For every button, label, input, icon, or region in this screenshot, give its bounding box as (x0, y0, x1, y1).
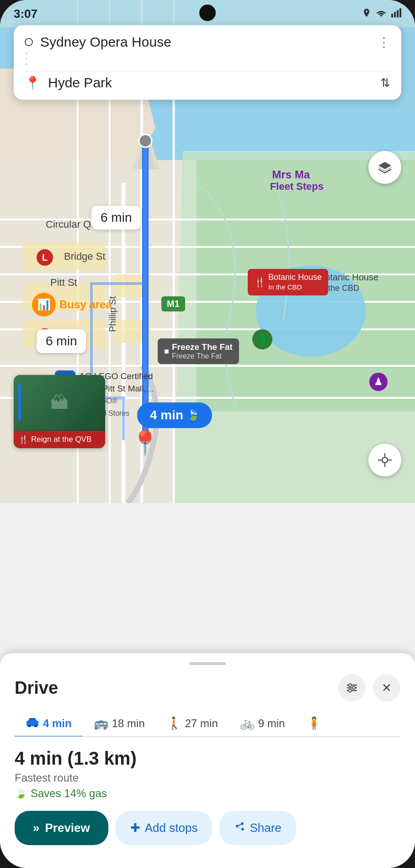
preview-button[interactable]: » Preview (15, 811, 108, 845)
map-label-fleet-steps: Fleet Steps (270, 181, 324, 193)
eco-leaf-icon: 🍃 (15, 788, 27, 799)
route-time: 4 min (1.3 km) (15, 748, 400, 769)
tree-marker: 🌲 (252, 329, 272, 349)
time-bubble-6min-mid: 6 min (37, 329, 86, 353)
share-icon (234, 821, 245, 835)
add-stops-label: Add stops (145, 821, 198, 835)
panel-header: Drive ✕ (15, 674, 400, 702)
eco-text: Saves 14% gas (31, 787, 107, 800)
status-time: 3:07 (14, 7, 37, 21)
preview-label: Preview (45, 821, 90, 835)
tab-walk[interactable]: 🚶 27 min (156, 711, 229, 737)
tab-other[interactable]: 🧍 (296, 711, 332, 737)
destination-text[interactable]: Hyde Park (48, 75, 373, 91)
transport-tabs: 4 min 🚌 18 min 🚶 27 min 🚲 9 min 🧍 (15, 711, 400, 737)
map-thumbnail[interactable]: 🏔 🍴 Reign at the QVB (14, 375, 105, 448)
swap-directions-button[interactable]: ⇅ (380, 76, 390, 90)
svg-point-33 (349, 684, 351, 686)
route-info: 4 min (1.3 km) Fastest route 🍃 Saves 14%… (15, 748, 400, 800)
origin-text[interactable]: Sydney Opera House (40, 34, 370, 50)
wifi-status-icon (376, 8, 387, 20)
map-label-bridge-st: Bridge St (64, 251, 106, 263)
metro-badge-1: L (37, 249, 53, 266)
my-location-button[interactable] (368, 444, 401, 477)
search-bar: Sydney Opera House ⋮ ••• 📍 Hyde Park ⇅ (14, 25, 401, 100)
svg-rect-17 (114, 274, 151, 297)
add-stops-icon: ✚ (130, 821, 140, 835)
panel-title: Drive (15, 678, 58, 698)
walk-tab-icon: 🚶 (167, 716, 181, 730)
freeze-the-fat-badge: ■ Freeze The Fat Freeze The Fat (158, 338, 239, 364)
time-bubble-6min-top: 6 min (91, 206, 141, 230)
transit-tab-label: 18 min (112, 717, 145, 730)
tab-bike[interactable]: 🚲 9 min (229, 711, 296, 737)
map-layers-button[interactable] (368, 151, 401, 184)
svg-rect-27 (394, 12, 396, 17)
signal-status-icon (391, 8, 401, 20)
map-label-mrs-macquaries: Mrs Ma (272, 168, 310, 181)
panel-actions: ✕ (338, 674, 400, 702)
purple-chess-marker: ♟ (369, 373, 388, 391)
filter-button[interactable] (338, 674, 366, 702)
restaurant-badge: 🍴 Botanic HouseIn the CBD (248, 269, 328, 295)
close-button[interactable]: ✕ (373, 674, 400, 702)
svg-rect-18 (114, 320, 151, 343)
phone-screen: Circular Qua Bridge St Pitt St Phillip S… (0, 0, 415, 868)
svg-rect-29 (399, 8, 401, 17)
time-bubble-4min-eco: 4 min 🍃 (137, 402, 212, 428)
bike-tab-label: 9 min (258, 717, 285, 730)
busy-area-badge: 📊 Busy area (32, 293, 112, 316)
panel-handle (189, 662, 226, 665)
share-button[interactable]: Share (219, 811, 296, 845)
svg-rect-28 (397, 10, 399, 17)
more-options-button[interactable]: ⋮ (378, 35, 390, 50)
drive-tab-icon (26, 716, 39, 730)
tab-drive[interactable]: 4 min (15, 711, 83, 737)
svg-point-21 (382, 457, 388, 463)
phone-frame: Circular Qua Bridge St Pitt St Phillip S… (0, 0, 415, 868)
svg-point-34 (352, 686, 355, 689)
map-label-pitt-st: Pitt St (50, 277, 77, 289)
walk-tab-label: 27 min (185, 717, 218, 730)
transit-tab-icon: 🚌 (94, 716, 108, 730)
origin-dot (25, 38, 33, 46)
share-label: Share (250, 821, 281, 835)
drive-tab-label: 4 min (43, 717, 72, 730)
action-buttons: » Preview ✚ Add stops Share (15, 811, 400, 845)
tab-transit[interactable]: 🚌 18 min (83, 711, 156, 737)
bottom-panel: Drive ✕ (0, 653, 415, 868)
route-eco: 🍃 Saves 14% gas (15, 787, 400, 800)
m1-highway-badge: M1 (161, 296, 185, 311)
route-subtitle: Fastest route (15, 772, 400, 784)
add-stops-button[interactable]: ✚ Add stops (116, 811, 213, 845)
search-origin: Sydney Opera House ⋮ (25, 34, 390, 50)
svg-point-35 (349, 689, 351, 692)
preview-arrows-icon: » (33, 821, 39, 835)
other-tab-icon: 🧍 (307, 716, 321, 730)
camera-notch (199, 5, 216, 21)
search-destination: 📍 Hyde Park ⇅ (25, 75, 390, 91)
svg-rect-26 (391, 14, 393, 17)
bike-tab-icon: 🚲 (240, 716, 255, 730)
destination-pin-map: 📍 (130, 431, 160, 455)
location-status-icon (362, 8, 371, 20)
destination-pin-icon: 📍 (25, 75, 41, 91)
status-icons (362, 8, 401, 20)
